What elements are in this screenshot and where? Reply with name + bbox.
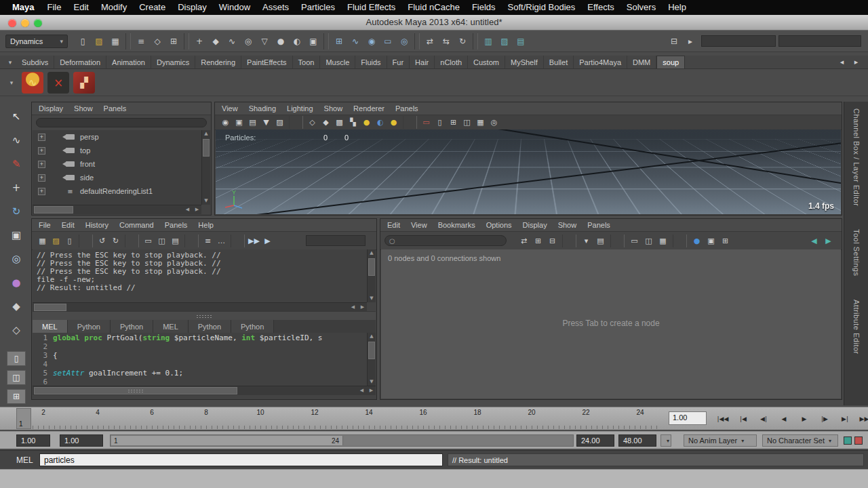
quick-selection-field[interactable] <box>701 35 776 47</box>
smooth-shade-icon[interactable]: ◆ <box>319 116 332 129</box>
shadows-icon[interactable]: ● <box>387 116 400 129</box>
brush-tool-shelf-icon[interactable]: ▞ <box>73 72 95 94</box>
isolate-select-icon[interactable]: ▯ <box>433 116 446 129</box>
four-pane-layout-icon[interactable]: ⊞ <box>7 389 26 404</box>
scroll-down-icon[interactable] <box>202 197 210 205</box>
window-titlebar[interactable]: Autodesk Maya 2013 x64: untitled* <box>0 15 868 30</box>
group-divider[interactable] <box>673 235 687 247</box>
shelf-tab[interactable]: soup <box>656 56 685 68</box>
remove-from-graph-icon[interactable]: ⊟ <box>546 235 559 247</box>
output-horizontal-scrollbar[interactable] <box>33 302 367 312</box>
code-vertical-scrollbar[interactable] <box>367 333 376 386</box>
shelf-tab[interactable]: Dynamics <box>151 56 195 68</box>
playback-end-field[interactable]: 24.00 <box>576 434 614 447</box>
menubar-item[interactable]: File <box>41 0 68 15</box>
mask-misc-icon[interactable]: ▣ <box>305 33 321 49</box>
menu-item[interactable]: Show <box>74 104 93 113</box>
field-mode-arrow-icon[interactable]: ▸ <box>682 33 698 49</box>
menubar-item[interactable]: Fields <box>466 0 502 15</box>
current-time-field[interactable]: 1.00 <box>669 411 707 425</box>
shelf-tab[interactable]: Bullet <box>544 56 574 68</box>
group-divider[interactable] <box>231 235 245 247</box>
rotate-tool-icon[interactable]: ↻ <box>6 202 26 221</box>
select-camera-icon[interactable]: ◉ <box>219 116 232 129</box>
select-hierarchy-icon[interactable]: ≡ <box>133 33 149 49</box>
shelf-tab[interactable]: Animation <box>106 56 151 68</box>
scroll-left-icon[interactable] <box>357 386 366 395</box>
group-divider[interactable] <box>562 235 576 247</box>
code-horizontal-scrollbar[interactable] <box>33 386 376 395</box>
shelf-tab[interactable]: Deformation <box>54 56 106 68</box>
save-script-icon[interactable]: ▦ <box>36 235 49 247</box>
menubar-item[interactable]: Modify <box>95 0 133 15</box>
snap-grid-icon[interactable]: ⊞ <box>331 33 347 49</box>
mask-surfaces-icon[interactable]: ◎ <box>240 33 256 49</box>
script-tab[interactable]: MEL <box>153 320 189 333</box>
layout-graph-icon[interactable]: ▤ <box>594 235 607 247</box>
menubar-item[interactable]: Effects <box>581 0 620 15</box>
scale-tool-icon[interactable]: ▣ <box>6 226 26 245</box>
splitter-grip-icon[interactable] <box>196 314 212 319</box>
splitter-grip-icon[interactable] <box>127 389 144 393</box>
wrench-tool-shelf-icon[interactable]: × <box>47 72 69 94</box>
anim-layer-toggle-icon[interactable] <box>844 436 852 445</box>
output-vertical-scrollbar[interactable] <box>367 249 376 302</box>
shelf-tab[interactable]: Hair <box>410 56 435 68</box>
shelf-tab[interactable]: Muscle <box>320 56 355 68</box>
menu-item[interactable]: View <box>222 104 238 113</box>
pin-icon[interactable]: ▾ <box>580 235 593 247</box>
mask-rendering-icon[interactable]: ◐ <box>289 33 305 49</box>
time-slider[interactable]: 24681012141618202224 1 1.00 |◀◀|◀◀|◀▶|▶▶… <box>0 407 868 430</box>
playback-range-bar[interactable]: 1 24 <box>111 436 343 445</box>
node-search-field[interactable]: ○ <box>384 235 507 246</box>
menu-item[interactable]: Panels <box>165 221 188 229</box>
menu-item[interactable]: Panels <box>395 104 418 113</box>
menubar-item[interactable]: Edit <box>67 0 94 15</box>
shelf-tab[interactable]: Toon <box>293 56 321 68</box>
animation-end-field[interactable]: 48.00 <box>618 434 656 447</box>
single-pane-icon[interactable]: ▭ <box>142 235 155 247</box>
shelf-menu-chevron-icon[interactable]: ▾ <box>4 56 16 68</box>
shelf-tab[interactable]: Rendering <box>195 56 241 68</box>
full-view-icon[interactable]: ▦ <box>656 235 669 247</box>
snap-point-icon[interactable]: ◉ <box>363 33 380 49</box>
snap-surface-icon[interactable]: ◎ <box>396 33 412 49</box>
camera-attributes-icon[interactable]: ▤ <box>246 116 259 129</box>
move-tool-icon[interactable]: + <box>6 178 26 197</box>
checker-icon[interactable]: ▚ <box>347 116 359 129</box>
select-component-icon[interactable]: ⊞ <box>165 33 182 49</box>
shelf-tab[interactable]: Fur <box>387 56 410 68</box>
input-connections-icon[interactable]: ⇄ <box>422 33 438 49</box>
menu-item[interactable]: Show <box>558 221 577 229</box>
image-plane-icon[interactable]: ▨ <box>273 116 286 129</box>
scroll-right-icon[interactable] <box>193 205 201 214</box>
expand-icon[interactable] <box>38 174 45 182</box>
script-tab[interactable]: Python <box>189 320 231 333</box>
shelf-tab[interactable]: MyShelf <box>505 56 544 68</box>
playback-options-dropdown[interactable] <box>660 434 671 447</box>
menu-item[interactable]: Bookmarks <box>438 221 475 229</box>
group-divider[interactable] <box>184 33 189 49</box>
soft-mod-tool-icon[interactable]: ● <box>6 273 26 292</box>
menubar-item[interactable]: Create <box>133 0 172 15</box>
expand-icon[interactable] <box>38 188 45 195</box>
safe-action-icon[interactable]: ◎ <box>488 116 500 129</box>
new-scene-icon[interactable]: ▯ <box>75 33 91 49</box>
selection-mask-menu-icon[interactable]: ⊟ <box>666 33 682 49</box>
group-divider[interactable] <box>473 33 478 49</box>
menubar-item[interactable]: Help <box>662 0 692 15</box>
play-backwards-button[interactable]: ◀ <box>774 411 793 427</box>
node-graph-canvas[interactable]: 0 nodes and 0 connections shown Press Ta… <box>381 249 841 399</box>
script-tab[interactable]: Python <box>68 320 111 333</box>
viewport-panel[interactable]: ViewShadingLightingShowRendererPanels ◉▣… <box>214 102 842 216</box>
ipr-render-icon[interactable]: ▨ <box>496 33 513 49</box>
panel-tab[interactable]: Channel Box / Layer Editor <box>852 108 861 206</box>
scroll-thumb[interactable] <box>34 387 237 394</box>
shelf-scroll-right-icon[interactable]: ▸ <box>850 56 863 68</box>
apple-app-menu[interactable]: Maya <box>5 0 41 15</box>
outliner-row[interactable]: top <box>33 144 201 157</box>
outliner-horizontal-scrollbar[interactable] <box>33 205 201 214</box>
execute-all-icon[interactable]: ▶▶ <box>248 235 260 247</box>
use-all-lights-icon[interactable]: ● <box>360 116 373 129</box>
soup-bowl-shelf-icon[interactable]: ∿ <box>22 72 43 94</box>
